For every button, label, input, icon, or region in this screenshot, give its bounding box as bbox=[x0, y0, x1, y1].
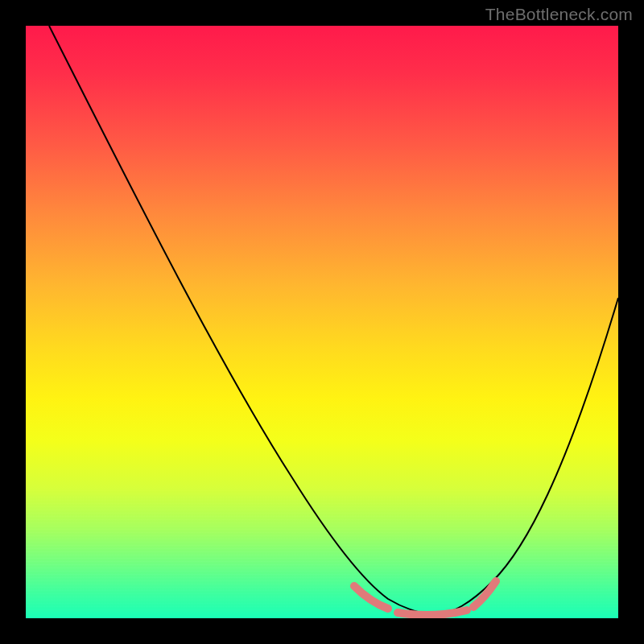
curve-left-branch bbox=[49, 26, 435, 615]
chart-stage: TheBottleneck.com bbox=[0, 0, 644, 644]
curve-layer bbox=[26, 26, 618, 618]
watermark-text: TheBottleneck.com bbox=[485, 5, 633, 24]
highlight-flat-bottom bbox=[398, 610, 467, 615]
plot-area bbox=[26, 26, 618, 618]
highlight-left-lobe bbox=[354, 586, 388, 609]
highlight-right-lobe bbox=[473, 581, 496, 607]
curve-right-branch bbox=[435, 298, 618, 615]
